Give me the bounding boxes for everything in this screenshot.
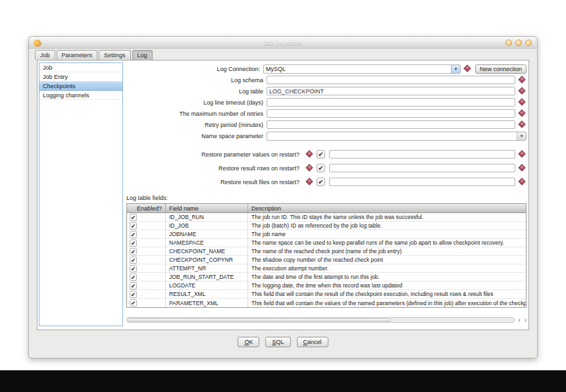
sql-button[interactable]: SQL xyxy=(265,337,290,347)
description-cell: The name of the reached check point (nam… xyxy=(248,248,526,255)
tab-job[interactable]: Job xyxy=(35,50,55,60)
window-maximize-button[interactable] xyxy=(515,39,522,46)
restore-result-rows-checkbox[interactable]: ✔ xyxy=(317,164,325,172)
row-enabled-checkbox[interactable]: ✔ xyxy=(130,265,137,272)
log-table-fields-table: Enabled? Field name Description ✔ ID_JOB… xyxy=(126,203,527,308)
variable-icon xyxy=(305,150,314,159)
log-table-fields-label: Log table fields: xyxy=(126,195,527,201)
table-row[interactable]: ✔ CHECKPOINT_COPYNR The shadow copy numb… xyxy=(127,256,526,264)
log-table-label: Log table xyxy=(126,88,267,95)
sidebar-item-job[interactable]: Job xyxy=(39,63,122,72)
form-row-log-line-timeout: Log line timeout (days) xyxy=(126,97,527,108)
field-name-cell: CHECKPOINT_COPYNR xyxy=(166,256,248,264)
column-header-enabled[interactable]: Enabled? xyxy=(127,204,166,212)
table-row[interactable]: ✔ NAMESPACE The name space can be used t… xyxy=(127,239,526,247)
dialog-buttons: OK SQL Cancel xyxy=(29,337,537,347)
description-cell: The execution attempt number. xyxy=(248,265,526,272)
description-cell: The shadow copy number of the reached ch… xyxy=(248,257,526,263)
tab-settings[interactable]: Settings xyxy=(99,50,131,60)
log-line-timeout-input[interactable] xyxy=(267,98,515,107)
variable-icon xyxy=(518,120,527,129)
table-row[interactable]: ✔ ID_JOB_RUN The job run ID. This ID sta… xyxy=(127,213,526,222)
table-row[interactable]: ✔ LOGDATE The logging date, the time whe… xyxy=(127,282,526,290)
tab-parameters[interactable]: Parameters xyxy=(57,50,98,60)
checkpoints-form: Log Connection: MySQL ▾ New connection L… xyxy=(126,63,527,328)
namespace-parameter-label: Name space parameter xyxy=(126,133,267,139)
row-enabled-checkbox[interactable]: ✔ xyxy=(130,282,137,289)
log-connection-label: Log Connection: xyxy=(126,66,263,72)
table-row[interactable]: ✔ PARAMETER_XML This field that will con… xyxy=(127,299,526,307)
ok-button[interactable]: OK xyxy=(238,337,259,347)
namespace-parameter-combo[interactable]: ▾ xyxy=(267,132,527,141)
field-name-cell: NAMESPACE xyxy=(166,239,248,247)
form-row-namespace-parameter: Name space parameter ▾ xyxy=(126,130,527,141)
log-schema-input[interactable] xyxy=(267,76,515,84)
restore-result-files-label: Restore result files on restart? xyxy=(126,179,303,185)
restore-result-files-input[interactable] xyxy=(329,178,515,186)
row-enabled-checkbox[interactable]: ✔ xyxy=(130,248,137,255)
field-name-cell: ID_JOB_RUN xyxy=(166,213,248,221)
table-row[interactable]: ✔ ID_JOB The job (batch) ID as reference… xyxy=(127,222,526,230)
log-connection-combo[interactable]: MySQL ▾ xyxy=(263,64,461,74)
row-enabled-checkbox[interactable]: ✔ xyxy=(130,299,137,306)
description-cell: This field that will contain the values … xyxy=(248,300,526,306)
log-table-input[interactable] xyxy=(267,87,515,95)
restore-result-rows-label: Restore result rows on restart? xyxy=(126,165,303,172)
row-enabled-checkbox[interactable]: ✔ xyxy=(130,274,137,281)
tab-log[interactable]: Log xyxy=(132,50,153,60)
row-enabled-checkbox[interactable]: ✔ xyxy=(130,239,137,247)
sidebar-item-job-entry[interactable]: Job Entry xyxy=(39,72,122,82)
window-title: Job properties xyxy=(29,39,537,46)
cancel-button[interactable]: Cancel xyxy=(297,337,328,347)
table-row[interactable]: ✔ ATTEMPT_NR The execution attempt numbe… xyxy=(127,264,526,273)
restore-parameter-values-input[interactable] xyxy=(329,150,515,159)
row-enabled-checkbox[interactable]: ✔ xyxy=(130,214,137,221)
table-row[interactable]: ✔ JOB_RUN_START_DATE The date and time o… xyxy=(127,273,526,282)
chevron-down-icon[interactable]: ▾ xyxy=(517,132,526,140)
row-enabled-checkbox[interactable]: ✔ xyxy=(130,257,137,264)
description-cell: The logging date, the time when this rec… xyxy=(248,282,526,289)
form-row-log-connection: Log Connection: MySQL ▾ New connection xyxy=(126,63,527,74)
scroll-left-icon[interactable]: ‹ xyxy=(518,317,520,324)
description-cell: The job run ID. This ID stays the same u… xyxy=(248,214,526,220)
form-row-restore-result-files: Restore result files on restart? ✔ xyxy=(126,175,527,189)
window-minimize-button[interactable] xyxy=(505,39,512,46)
form-row-restore-result-rows: Restore result rows on restart? ✔ xyxy=(126,161,527,175)
max-retries-input[interactable] xyxy=(267,109,515,118)
variable-icon xyxy=(518,87,527,95)
scrollbar-thumb[interactable] xyxy=(128,318,391,322)
variable-icon xyxy=(305,178,314,186)
column-header-description[interactable]: Description xyxy=(248,205,526,212)
field-name-cell: LOGDATE xyxy=(166,282,248,289)
chevron-down-icon[interactable]: ▾ xyxy=(451,65,460,73)
scroll-right-icon[interactable]: › xyxy=(525,317,527,324)
row-enabled-checkbox[interactable]: ✔ xyxy=(130,231,137,238)
variable-icon xyxy=(518,109,527,118)
row-enabled-checkbox[interactable]: ✔ xyxy=(130,222,137,230)
variable-icon xyxy=(518,150,527,159)
restore-result-rows-input[interactable] xyxy=(329,164,515,172)
row-enabled-checkbox[interactable]: ✔ xyxy=(130,291,137,298)
table-row[interactable]: ✔ CHECKPOINT_NAME The name of the reache… xyxy=(127,247,526,256)
restore-parameter-values-checkbox[interactable]: ✔ xyxy=(317,150,325,159)
log-line-timeout-label: Log line timeout (days) xyxy=(126,99,267,106)
window-close-button[interactable] xyxy=(525,39,532,46)
horizontal-scrollbar[interactable]: ‹ › xyxy=(126,316,527,324)
sidebar-item-logging-channels[interactable]: Logging channels xyxy=(39,91,122,100)
titlebar[interactable]: Job properties xyxy=(29,37,537,49)
new-connection-button[interactable]: New connection xyxy=(475,64,527,74)
column-header-field-name[interactable]: Field name xyxy=(166,204,248,212)
field-name-cell: ID_JOB xyxy=(166,222,248,230)
table-row[interactable]: ✔ JOBNAME The job name xyxy=(127,230,526,239)
description-cell: The name space can be used to keep paral… xyxy=(248,239,526,246)
table-header: Enabled? Field name Description xyxy=(127,204,526,213)
restore-result-files-checkbox[interactable]: ✔ xyxy=(317,178,325,186)
scrollbar-track[interactable] xyxy=(126,317,515,323)
variable-icon xyxy=(518,164,527,172)
restore-parameter-values-label: Restore parameter values on restart? xyxy=(126,151,303,158)
sidebar-item-checkpoints[interactable]: Checkpoints xyxy=(39,82,122,91)
variable-icon xyxy=(518,178,527,186)
table-row[interactable]: ✔ RESULT_XML This field that will contai… xyxy=(127,290,526,299)
retry-period-input[interactable] xyxy=(267,120,515,129)
max-retries-label: The maximum number of retries xyxy=(126,110,267,117)
